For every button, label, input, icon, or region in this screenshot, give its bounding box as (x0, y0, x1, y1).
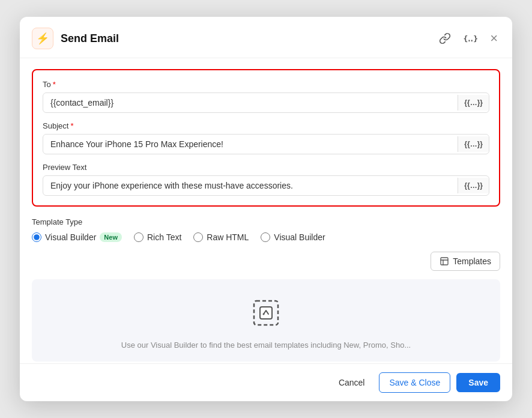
svg-point-5 (263, 314, 265, 315)
subject-label: Subject * (43, 121, 489, 130)
fields-section: To * {{…}} Subject * (32, 69, 500, 207)
radio-group: Visual Builder New Rich Text Raw HTML Vi… (32, 232, 500, 242)
subject-field-group: Subject * {{…}} (43, 121, 489, 154)
templates-button-label: Templates (453, 256, 491, 266)
save-button[interactable]: Save (456, 373, 500, 392)
cancel-button[interactable]: Cancel (330, 373, 373, 392)
radio-label-rich-text: Rich Text (147, 232, 181, 242)
radio-label-visual-builder: Visual Builder (274, 232, 325, 242)
radio-option-rich-text[interactable]: Rich Text (134, 232, 181, 242)
template-type-label: Template Type (32, 217, 500, 226)
templates-row: Templates (32, 252, 500, 271)
svg-rect-0 (441, 258, 448, 265)
link-button[interactable] (437, 30, 453, 47)
radio-raw-html[interactable] (193, 232, 203, 242)
modal-body: To * {{…}} Subject * (20, 58, 512, 363)
subject-variable-button[interactable]: {{…}} (458, 136, 489, 152)
templates-icon (440, 256, 449, 266)
subject-input[interactable] (43, 135, 458, 154)
save-close-button[interactable]: Save & Close (379, 372, 450, 393)
preview-text-label: Preview Text (43, 163, 489, 172)
radio-option-visual-builder-new[interactable]: Visual Builder New (32, 232, 122, 242)
radio-option-raw-html[interactable]: Raw HTML (193, 232, 249, 242)
preview-text-input-row: {{…}} (43, 175, 489, 196)
to-variable-button[interactable]: {{…}} (458, 95, 489, 111)
preview-text-field-group: Preview Text {{…}} (43, 163, 489, 196)
builder-icon (250, 297, 282, 335)
radio-label-visual-builder-new: Visual Builder (45, 232, 96, 242)
radio-option-visual-builder[interactable]: Visual Builder (261, 232, 325, 242)
to-label: To * (43, 80, 489, 89)
lightning-icon: ⚡ (36, 32, 49, 45)
subject-required-star: * (70, 121, 73, 130)
svg-rect-4 (260, 307, 272, 319)
to-required-star: * (53, 80, 56, 89)
builder-preview-area: Use our Visual Builder to find the best … (32, 279, 500, 362)
modal-footer: Cancel Save & Close Save (20, 363, 512, 401)
preview-text-input[interactable] (43, 176, 458, 195)
to-input-row: {{…}} (43, 92, 489, 113)
modal-header: ⚡ Send Email {‥} × (20, 17, 512, 58)
radio-label-raw-html: Raw HTML (207, 232, 249, 242)
header-actions: {‥} × (437, 28, 500, 49)
close-button[interactable]: × (488, 28, 500, 49)
variable-header-button[interactable]: {‥} (461, 32, 480, 46)
subject-input-row: {{…}} (43, 134, 489, 154)
to-input[interactable] (43, 93, 458, 112)
to-field-group: To * {{…}} (43, 80, 489, 113)
radio-rich-text[interactable] (134, 232, 144, 242)
radio-visual-builder-new[interactable] (32, 232, 41, 242)
builder-description: Use our Visual Builder to find the best … (121, 341, 411, 350)
modal-icon: ⚡ (32, 28, 53, 49)
template-type-section: Template Type Visual Builder New Rich Te… (32, 217, 500, 242)
modal-overlay: ⚡ Send Email {‥} × (8, 11, 524, 407)
preview-text-variable-button[interactable]: {{…}} (458, 178, 489, 193)
templates-button[interactable]: Templates (431, 252, 500, 271)
radio-visual-builder[interactable] (261, 232, 270, 242)
new-badge: New (100, 232, 122, 242)
send-email-modal: ⚡ Send Email {‥} × (20, 17, 512, 401)
modal-title: Send Email (61, 32, 429, 45)
